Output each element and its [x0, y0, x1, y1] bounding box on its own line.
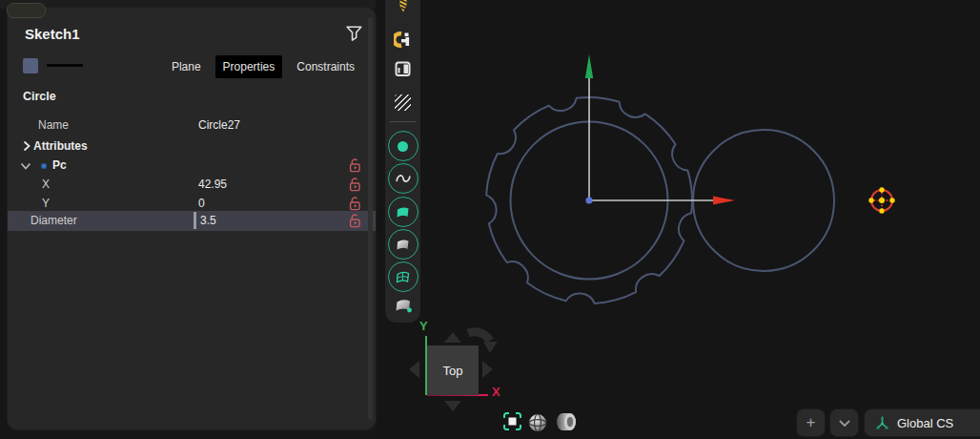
attributes-label: Attributes	[33, 139, 88, 153]
diameter-label: Diameter	[31, 214, 77, 227]
point-icon	[41, 163, 47, 169]
lock-icon-diameter[interactable]	[349, 213, 361, 228]
pc-label: Pc	[52, 158, 67, 172]
surface-point-tool-icon[interactable]	[385, 298, 420, 314]
viewcube-arrow-up[interactable]	[444, 332, 461, 343]
tool-strip	[385, 0, 420, 323]
diameter-value[interactable]: 3.5	[200, 214, 216, 227]
expand-views-button[interactable]	[830, 409, 858, 436]
filter-icon[interactable]	[346, 26, 369, 49]
tab-plane[interactable]: Plane	[164, 55, 209, 78]
circle-point-tool-icon[interactable]	[385, 131, 420, 161]
hatch-pattern-icon[interactable]	[385, 94, 420, 111]
row-diameter[interactable]: Diameter 3.5	[8, 211, 376, 231]
zoom-to-fit-icon[interactable]	[502, 411, 522, 431]
add-view-button[interactable]: +	[797, 409, 825, 436]
section-title: Circle	[23, 90, 56, 103]
surface-fill-tool-icon[interactable]	[385, 197, 420, 227]
x-axis-arrow	[713, 197, 735, 205]
panel-tabs: Plane Properties Constraints	[164, 55, 362, 78]
spline-tool-icon[interactable]	[385, 163, 420, 194]
y-axis-arrow	[585, 54, 593, 78]
edit-cursor	[194, 212, 196, 229]
plus-icon: +	[806, 413, 816, 432]
y-label: Y	[42, 197, 50, 210]
row-attributes[interactable]: Attributes	[8, 136, 376, 156]
panel-tab-handle[interactable]	[7, 3, 46, 18]
panel-scrollbar[interactable]	[368, 17, 373, 420]
viewcube-x-label: X	[492, 385, 500, 399]
tab-properties[interactable]: Properties	[215, 55, 283, 78]
viewcube-y-label: Y	[419, 319, 428, 333]
shaded-sphere-icon[interactable]	[528, 413, 547, 432]
chevron-right-icon[interactable]	[21, 140, 32, 152]
lock-icon-y[interactable]	[349, 196, 361, 211]
lock-icon-x[interactable]	[349, 177, 361, 192]
surface-grid-tool-icon[interactable]	[385, 261, 420, 292]
drill-tool-icon[interactable]	[385, 0, 420, 15]
viewcube-rotate-arrow[interactable]	[464, 322, 500, 356]
sketch-properties-panel: Sketch1 Plane Properties Constraints Cir…	[8, 8, 376, 429]
axes-tripod-icon	[874, 415, 890, 431]
selected-circle27[interactable]	[868, 187, 894, 213]
viewcube-arrow-left[interactable]	[409, 361, 419, 378]
line-style-preview	[47, 64, 83, 67]
x-value[interactable]: 42.95	[198, 178, 227, 191]
cs-button-label: Global CS	[897, 416, 953, 430]
panel-title: Sketch1	[25, 26, 80, 42]
x-label: X	[42, 178, 50, 191]
row-y: Y 0	[8, 194, 376, 213]
mill-tool-icon[interactable]	[385, 31, 420, 49]
tab-constraints[interactable]: Constraints	[289, 55, 362, 78]
viewcube-arrow-right[interactable]	[482, 361, 493, 378]
toolbar-divider	[390, 121, 416, 122]
coordinate-system-button[interactable]: Global CS	[865, 409, 980, 436]
sketch-sheet-icon[interactable]	[385, 60, 420, 78]
row-x: X 42.95	[8, 175, 376, 194]
chevron-down-icon	[838, 419, 851, 428]
lock-icon-pc[interactable]	[349, 157, 361, 173]
surface-tool-icon[interactable]	[385, 229, 420, 260]
y-value[interactable]: 0	[198, 197, 205, 210]
row-pc-group[interactable]: Pc	[8, 156, 376, 175]
name-label: Name	[38, 118, 69, 132]
name-value[interactable]: Circle27	[198, 118, 240, 132]
row-name: Name Circle27	[8, 115, 376, 135]
cylinder-view-icon[interactable]	[556, 410, 580, 433]
origin-point[interactable]	[585, 197, 592, 203]
chevron-down-icon[interactable]	[20, 161, 31, 173]
viewcube-arrow-down[interactable]	[444, 401, 461, 411]
sketch-color-swatch[interactable]	[23, 58, 38, 73]
